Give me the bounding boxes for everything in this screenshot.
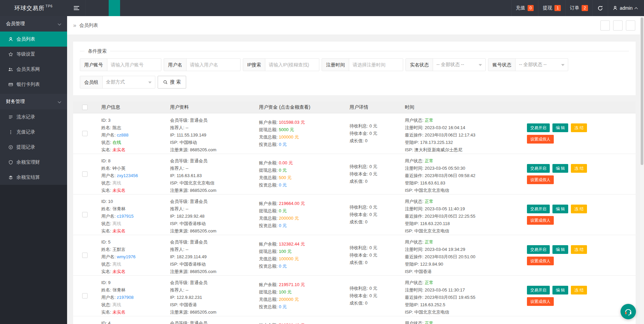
- topnav-system[interactable]: [131, 0, 143, 16]
- invest-total-amount[interactable]: 0 元: [279, 304, 287, 309]
- page-title: 会员列表: [79, 22, 98, 29]
- account-status-select[interactable]: -- 全部状态 --: [516, 59, 568, 71]
- sidebar-item-member-network[interactable]: 会员关系网: [0, 62, 67, 77]
- trade-toggle-button[interactable]: 交易开启: [527, 205, 550, 213]
- topnav-home[interactable]: [86, 0, 97, 16]
- invest-total-amount[interactable]: 0 元: [279, 264, 287, 269]
- user-name-value: 钟小英: [112, 166, 125, 171]
- balance-amount[interactable]: 219571.10 元: [279, 282, 305, 287]
- recharge-total-amount[interactable]: 200000 元: [279, 297, 299, 302]
- user-status: 正常: [425, 118, 433, 123]
- username-link[interactable]: wmy1976: [117, 254, 136, 259]
- row-checkbox[interactable]: [82, 253, 88, 258]
- balance-amount[interactable]: 719568.40 元: [279, 323, 305, 324]
- freeze-button[interactable]: 冻 结: [571, 123, 587, 132]
- set-fake-user-button[interactable]: 设置成假人: [527, 175, 554, 184]
- row-checkbox[interactable]: [82, 171, 88, 177]
- username-link[interactable]: c197915: [117, 214, 133, 219]
- sidebar-group-title[interactable]: 财务管理: [0, 94, 67, 109]
- freeze-button[interactable]: 冻 结: [571, 164, 587, 173]
- username-link[interactable]: cz888: [117, 132, 128, 138]
- sidebar-item-withdraw-records[interactable]: 提现记录: [0, 140, 67, 155]
- row-checkbox[interactable]: [82, 212, 88, 217]
- username-link[interactable]: z197908: [117, 295, 133, 300]
- balance-amount[interactable]: 101598.03 元: [279, 120, 305, 125]
- withdraw-total-amount[interactable]: 5000 元: [279, 127, 294, 132]
- scrollbar-thumb[interactable]: [641, 17, 643, 165]
- freeze-button[interactable]: 冻 结: [571, 245, 587, 254]
- username-input[interactable]: [186, 59, 240, 71]
- sidebar-group-title[interactable]: 会员管理: [0, 16, 67, 32]
- user-icon: [613, 6, 618, 10]
- field-label: 用户账号: [80, 59, 107, 71]
- edit-button[interactable]: 编 辑: [552, 245, 568, 254]
- realname-status-select[interactable]: -- 全部状态 --: [433, 59, 485, 71]
- field-label: 提现总额:: [259, 127, 278, 132]
- set-fake-user-button[interactable]: 设置成假人: [527, 135, 554, 144]
- trade-toggle-button[interactable]: 交易开启: [527, 245, 550, 254]
- freeze-user-button[interactable]: [613, 20, 623, 31]
- member-group-select[interactable]: 全部方式: [103, 76, 155, 88]
- sidebar-item-yuebao-settle[interactable]: 余额宝结算: [0, 170, 67, 185]
- trade-toggle-button[interactable]: 交易开启: [527, 164, 550, 173]
- invest-total-amount[interactable]: 0 元: [279, 223, 287, 228]
- search-button[interactable]: 搜 索: [158, 76, 186, 89]
- recharge-total-amount[interactable]: 100000 元: [279, 256, 299, 261]
- freeze-button[interactable]: 冻 结: [571, 205, 587, 213]
- balance-amount[interactable]: 132382.44 元: [279, 241, 305, 247]
- orders-stat[interactable]: 订单 2: [565, 0, 592, 16]
- floating-service-button[interactable]: [621, 304, 636, 319]
- recharge-total-amount[interactable]: 500 元: [279, 175, 291, 180]
- row-checkbox[interactable]: [82, 293, 88, 299]
- delete-user-button[interactable]: [626, 20, 635, 31]
- sidebar-item-yuebao-invest[interactable]: 余额宝理财: [0, 155, 67, 170]
- row-checkbox[interactable]: [82, 131, 88, 136]
- sidebar-item-bank-card-list[interactable]: 银行卡列表: [0, 77, 67, 92]
- add-user-button[interactable]: [600, 20, 610, 31]
- set-fake-user-button[interactable]: 设置成假人: [527, 257, 554, 265]
- ip-input[interactable]: [265, 59, 319, 71]
- withdraw-total-amount[interactable]: 100 元: [279, 249, 291, 254]
- topnav-user-center[interactable]: [109, 0, 120, 16]
- edit-button[interactable]: 编 辑: [552, 286, 568, 294]
- reg-time-input[interactable]: [349, 59, 403, 71]
- field-label: 实名:: [101, 188, 111, 193]
- user-id-value: 10: [108, 199, 113, 204]
- withdraw-stat[interactable]: 提现 1: [538, 0, 565, 16]
- set-fake-user-button[interactable]: 设置成假人: [527, 297, 554, 306]
- topnav-products[interactable]: [97, 0, 109, 16]
- edit-button[interactable]: 编 辑: [552, 205, 568, 213]
- edit-button[interactable]: 编 辑: [552, 164, 568, 173]
- account-input[interactable]: [107, 59, 161, 71]
- withdraw-total-amount[interactable]: 0 元: [279, 168, 287, 173]
- sidebar-item-level-settings[interactable]: 等级设置: [0, 47, 67, 62]
- recharge-stat[interactable]: 充值 0: [511, 0, 538, 16]
- menu-collapse-icon[interactable]: [67, 0, 86, 16]
- invest-total-amount[interactable]: 0 元: [279, 182, 287, 187]
- sidebar-item-member-list[interactable]: 会员列表: [0, 32, 67, 47]
- withdraw-total-amount[interactable]: 0 元: [279, 208, 287, 213]
- user-name-value: 张青林: [112, 287, 125, 292]
- topnav-info[interactable]: [120, 0, 131, 16]
- user-profile-cell: 会员等级: 普通会员 推荐人: -- IP: 116.63.61.83 ISP:…: [165, 154, 254, 194]
- field-label: 登陆IP:: [405, 140, 419, 145]
- user-menu[interactable]: admin: [608, 0, 644, 16]
- balance-amount[interactable]: 0.00 元: [279, 160, 293, 165]
- trade-toggle-button[interactable]: 交易开启: [527, 123, 550, 132]
- sidebar-item-flow-records[interactable]: 流水记录: [0, 109, 67, 124]
- field-label: 提现总额:: [259, 249, 278, 254]
- recharge-total-amount[interactable]: 200000 元: [279, 216, 299, 221]
- refresh-icon[interactable]: [592, 0, 608, 16]
- field-label: IP:: [170, 132, 175, 138]
- invest-total-amount[interactable]: 0 元: [279, 142, 287, 147]
- edit-button[interactable]: 编 辑: [552, 123, 568, 132]
- balance-amount[interactable]: 219664.00 元: [279, 201, 305, 206]
- withdraw-total-amount[interactable]: 100 元: [279, 289, 291, 294]
- trade-toggle-button[interactable]: 交易开启: [527, 286, 550, 294]
- freeze-button[interactable]: 冻 结: [571, 286, 587, 294]
- set-fake-user-button[interactable]: 设置成假人: [527, 216, 554, 225]
- username-link[interactable]: zxy123456: [117, 173, 138, 178]
- sidebar-item-recharge-records[interactable]: 充值记录: [0, 124, 67, 140]
- recharge-total-amount[interactable]: 100000 元: [279, 134, 299, 140]
- select-all-checkbox[interactable]: [82, 105, 88, 110]
